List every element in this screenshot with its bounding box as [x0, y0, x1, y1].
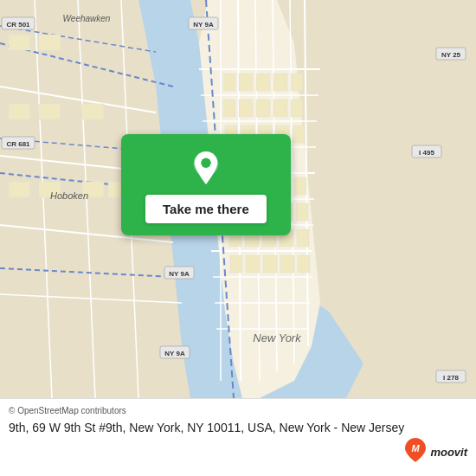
- svg-rect-76: [9, 182, 30, 197]
- svg-rect-40: [291, 74, 303, 91]
- svg-rect-69: [280, 255, 294, 273]
- copyright-text: © OpenStreetMap contributors: [9, 406, 126, 415]
- svg-rect-70: [298, 255, 310, 273]
- svg-text:New York: New York: [253, 331, 302, 344]
- svg-rect-55: [294, 177, 306, 195]
- svg-rect-66: [230, 255, 242, 273]
- svg-rect-60: [296, 203, 308, 221]
- svg-rect-43: [256, 100, 270, 117]
- svg-rect-44: [273, 100, 287, 117]
- address-line: 9th, 69 W 9th St #9th, New York, NY 1001…: [9, 420, 467, 437]
- button-overlay: Take me there: [121, 134, 291, 235]
- svg-text:NY 9A: NY 9A: [169, 270, 190, 278]
- location-pin-icon: [190, 150, 222, 186]
- svg-point-101: [201, 158, 210, 168]
- bottom-info-bar: © OpenStreetMap contributors 9th, 69 W 9…: [0, 398, 476, 476]
- svg-rect-41: [223, 100, 235, 117]
- svg-rect-38: [256, 74, 270, 91]
- svg-text:NY 9A: NY 9A: [193, 21, 214, 29]
- svg-rect-65: [297, 229, 309, 247]
- map-container: CR 501 NY 9A NY 25 CR 681 I 495 NY 9A NY…: [0, 0, 476, 398]
- green-box: Take me there: [121, 134, 291, 235]
- moovit-brand: M moovit: [403, 436, 467, 467]
- svg-text:NY 9A: NY 9A: [164, 350, 185, 357]
- copyright-line: © OpenStreetMap contributors: [9, 406, 467, 415]
- svg-text:Hoboken: Hoboken: [50, 190, 88, 201]
- svg-text:NY 25: NY 25: [441, 51, 461, 59]
- svg-rect-72: [39, 35, 61, 50]
- svg-text:I 495: I 495: [419, 149, 434, 157]
- moovit-logo: M moovit: [403, 436, 467, 467]
- svg-rect-37: [239, 74, 253, 91]
- svg-rect-36: [223, 74, 235, 91]
- svg-rect-39: [273, 74, 287, 91]
- svg-rect-75: [82, 104, 104, 119]
- svg-rect-68: [263, 255, 277, 273]
- take-me-there-button[interactable]: Take me there: [145, 195, 267, 223]
- svg-text:CR 681: CR 681: [6, 140, 30, 148]
- svg-rect-45: [291, 100, 303, 117]
- svg-text:M: M: [412, 443, 421, 453]
- moovit-pin-icon: M: [403, 436, 428, 467]
- svg-text:I 278: I 278: [443, 374, 459, 382]
- svg-text:Weehawken: Weehawken: [63, 14, 111, 23]
- moovit-text: moovit: [430, 446, 467, 459]
- svg-rect-67: [246, 255, 260, 273]
- svg-rect-73: [9, 104, 30, 119]
- svg-rect-74: [39, 104, 61, 119]
- svg-text:CR 501: CR 501: [6, 21, 30, 29]
- svg-rect-42: [239, 100, 253, 117]
- svg-rect-50: [293, 125, 305, 143]
- svg-rect-71: [9, 35, 30, 50]
